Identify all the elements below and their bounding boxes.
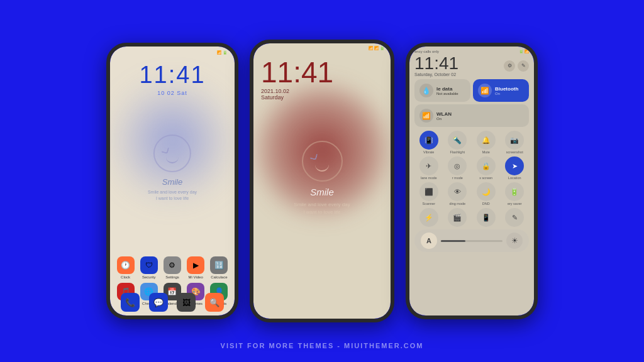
toggle-edit[interactable]: ✎ [503,208,526,227]
wlan-tile[interactable]: 📶 WLAN On [414,104,529,127]
xscreen-label: x screen [479,176,492,180]
battery-saver-btn[interactable]: 🔋 [505,182,524,201]
screenshot-btn[interactable]: 📷 [505,131,524,150]
phone3-top-icons: ⚙ ✎ [504,60,529,72]
toggle-battery-saver[interactable]: 🔋 ery saver [503,182,526,206]
phone2-status-icons: 📶📶🔋 [369,46,384,50]
mobile-data-label: le data [436,86,458,92]
flashlight-icon: 🔦 [453,136,462,145]
bluetooth-status: On [495,92,518,96]
location-btn[interactable]: ➤ [505,156,524,175]
dock-gallery[interactable]: 🖼 [177,293,196,312]
rmode-label: r mode [452,176,463,180]
location-icon: ➤ [512,162,518,170]
phone1-smile-container: Smile Smile and love every day I want to… [148,134,197,202]
app-mivideo[interactable]: ▶ Mi Video [185,256,207,279]
toggle-video[interactable]: 🎬 [446,208,469,227]
phone-2: 📶📶🔋 11:41 2021.10.02 Saturday Smile Smil… [250,40,394,322]
dingmode-icon: 👁 [454,188,461,195]
phone3-date: Saturday, October 02 [414,72,458,77]
toggle-vibrate[interactable]: 📳 Vibrate [418,131,440,154]
flashlight-label: Flashlight [450,150,465,154]
phone3-screen: ency calls only 🔋📶 11:41 Saturday, Octob… [409,47,534,315]
toggle-flashlight[interactable]: 🔦 Flashlight [446,131,469,154]
bluetooth-label: Bluetooth [495,86,518,92]
wlan-label: WLAN [436,111,452,117]
toggle-rmode[interactable]: ◎ r mode [446,156,469,180]
scanner-icon: ⬛ [425,188,433,196]
mobile-data-tile[interactable]: 💧 le data Not available [414,79,470,102]
xscreen-icon: 🔒 [482,162,491,170]
toggle-location[interactable]: ➤ Location [503,156,526,180]
app-settings-label: Settings [165,275,179,279]
dingmode-btn[interactable]: 👁 [448,182,467,201]
bluetooth-tile[interactable]: 📶 Bluetooth On [473,79,529,102]
dock-search[interactable]: 🔍 [205,293,224,312]
screenshot-label: screenshot [506,150,523,154]
bluetooth-icon: 📶 [478,84,492,97]
phone3-toggle-row-1: 📳 Vibrate 🔦 Flashlight 🔔 Mute 📷 [409,129,534,155]
phone3-toggle-row-2: ✈ lane mode ◎ r mode 🔒 x screen ➤ [409,155,534,181]
app-mivideo-label: Mi Video [189,275,203,279]
app-clock-icon: 🕐 [117,256,135,274]
phone1-screen: 📶🔋 11:41 10 02 Sat Smile Smile and love … [110,47,235,315]
phone1-smile-face [153,134,191,172]
app-calculator-label: Calculace [211,275,227,279]
dnd-label: DND [482,202,490,206]
toggle-dnd[interactable]: 🌙 DND [475,182,497,206]
xscreen-btn[interactable]: 🔒 [477,156,496,175]
battery-saver-label: ery saver [508,202,522,206]
phone3-settings-icon[interactable]: ⚙ [504,60,515,72]
brightness-icon[interactable]: ☀ [506,233,523,249]
phone1-dock: 📞 💬 🖼 🔍 [110,290,235,314]
dnd-btn[interactable]: 🌙 [477,182,496,201]
phone2-status-bar: 📶📶🔋 [253,43,391,53]
brightness-track[interactable] [441,240,502,242]
toggle-lightning[interactable]: ⚡ [418,208,440,227]
font-btn[interactable]: A [421,233,437,249]
mute-btn[interactable]: 🔔 [477,131,496,150]
phone2-smile-container: Smile Smile and love every day I want to… [275,141,369,216]
toggle-mute[interactable]: 🔔 Mute [475,131,497,154]
app-mivideo-icon: ▶ [187,256,204,274]
phone-3: ency calls only 🔋📶 11:41 Saturday, Octob… [406,43,538,319]
rmode-btn[interactable]: ◎ [448,156,467,175]
phone1-smile-text: Smile [148,177,197,187]
lightning-btn[interactable]: ⚡ [419,208,438,227]
scanner-btn[interactable]: ⬛ [419,182,438,201]
app-calculator-icon: 🔢 [210,256,228,274]
toggle-dingmode[interactable]: 👁 ding mode [446,182,469,206]
phone3-edit-icon[interactable]: ✎ [518,60,529,72]
flashlight-btn[interactable]: 🔦 [448,131,467,150]
battery-saver-icon: 🔋 [510,188,519,196]
mobile-data-icon: 💧 [419,84,433,97]
app-security-icon: 🛡 [140,256,158,274]
app-calculator[interactable]: 🔢 Calculace [208,256,230,279]
toggle-screenshot[interactable]: 📷 screenshot [503,131,526,154]
mobile-data-status: Not available [436,92,458,96]
toggle-scanner[interactable]: ⬛ Scanner [418,182,440,206]
edit-icon: ✎ [512,214,518,222]
mobile-btn[interactable]: 📱 [477,208,496,227]
app-clock-label: Clock [121,275,130,279]
app-security[interactable]: 🛡 Security [138,256,160,279]
toggle-mobile[interactable]: 📱 [475,208,497,227]
phone2-smile-text: Smile [275,187,369,197]
app-settings[interactable]: ⚙ Settings [161,256,183,279]
dnd-icon: 🌙 [482,188,491,196]
phone2-screen: 📶📶🔋 11:41 2021.10.02 Saturday Smile Smil… [253,43,391,319]
airplane-label: lane mode [421,176,437,180]
dock-messages[interactable]: 💬 [149,293,168,312]
toggle-airplane[interactable]: ✈ lane mode [418,156,440,180]
app-clock[interactable]: 🕐 Clock [114,256,136,279]
edit-btn[interactable]: ✎ [505,208,524,227]
video-btn[interactable]: 🎬 [448,208,467,227]
dock-phone[interactable]: 📞 [121,293,140,312]
phone3-status-text: ency calls only [414,50,439,53]
vibrate-btn[interactable]: 📳 [419,131,438,150]
toggle-xscreen[interactable]: 🔒 x screen [475,156,497,180]
phone1-subtitle: Smile and love every day I want to love … [148,189,197,202]
brightness-fill [441,240,465,242]
phone-1: 📶🔋 11:41 10 02 Sat Smile Smile and love … [106,43,238,319]
airplane-btn[interactable]: ✈ [419,156,438,175]
